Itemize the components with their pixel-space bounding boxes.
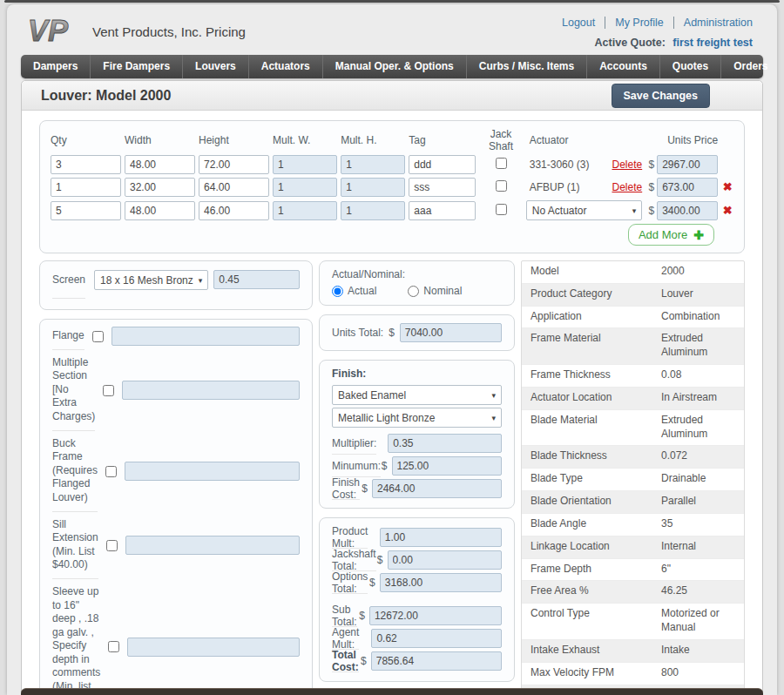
remove-row-icon[interactable]: ✖	[723, 180, 733, 193]
actual-radio[interactable]	[332, 286, 343, 297]
spec-row: Blade Thickness0.072	[522, 445, 744, 468]
actual-nominal-section: Actual/Nominal: Actual Nominal	[319, 260, 515, 306]
currency-symbol: $	[381, 460, 388, 472]
sleeve-price-input	[127, 638, 300, 657]
screen-select[interactable]: 18 x 16 Mesh Bronz ▾	[94, 270, 208, 290]
administration-link[interactable]: Administration	[674, 17, 753, 29]
tab-curbs-misc-items[interactable]: Curbs / Misc. Items	[466, 55, 586, 78]
add-more-button[interactable]: Add More ✚	[628, 224, 714, 246]
jack-shaft-checkbox[interactable]	[496, 180, 507, 192]
screen-multiplier-input	[213, 270, 300, 289]
spec-row: Max Velocity FPM800	[522, 662, 744, 685]
account-links: LogoutMy ProfileAdministration	[552, 17, 753, 29]
tab-accounts[interactable]: Accounts	[586, 55, 659, 78]
spec-row: Blade Angle35	[522, 513, 744, 536]
spec-row: Intake ExhaustIntake	[522, 639, 744, 662]
mult-w-input	[273, 201, 337, 220]
actuator-name: 331-3060 (3)	[530, 159, 590, 171]
logout-link[interactable]: Logout	[552, 17, 605, 29]
spec-row: ApplicationCombination	[522, 306, 744, 328]
tag-header: Tag	[409, 134, 476, 146]
jackshaft-total-input	[388, 550, 502, 570]
finish-cost-row: Finish Cost: $	[332, 477, 502, 500]
finish-minimum-input	[392, 456, 502, 476]
unit-row-3: No Actuator ▾ $ ✖	[51, 200, 733, 220]
sub-total-input	[369, 606, 502, 625]
width-input[interactable]	[125, 201, 195, 220]
tag-input[interactable]	[409, 155, 476, 174]
remove-row-icon[interactable]: ✖	[723, 204, 733, 217]
grid-header-row: Qty Width Height Mult. W. Mult. H. Tag J…	[51, 128, 733, 152]
mult-w-input	[273, 178, 337, 197]
height-input[interactable]	[199, 178, 269, 197]
options-total-row: Options Total: $	[332, 571, 502, 594]
actuator-header: Actuator	[526, 134, 642, 146]
tab-actuators[interactable]: Actuators	[248, 55, 322, 78]
buck-frame-checkbox[interactable]	[105, 466, 117, 477]
sill-extension-checkbox[interactable]	[106, 540, 118, 551]
tab-orders[interactable]: Orders	[720, 55, 780, 78]
vp-logo-icon: VP	[26, 14, 82, 49]
agent-mult-row: Agent Mult:	[332, 627, 502, 650]
delete-actuator-link[interactable]: Delete	[612, 159, 642, 171]
tab-manual-oper-options[interactable]: Manual Oper. & Options	[322, 55, 466, 78]
multiple-section-checkbox[interactable]	[103, 385, 114, 396]
units-price-input	[657, 155, 718, 174]
sleeve-checkbox[interactable]	[108, 641, 119, 652]
tab-dampers[interactable]: Dampers	[21, 55, 90, 78]
spec-row: Blade MaterialExtruded Aluminum	[522, 409, 744, 446]
spec-row: Frame Thickness0.08	[522, 364, 744, 387]
spec-row: Linkage LocationInternal	[522, 536, 744, 558]
actual-radio-label[interactable]: Actual	[348, 285, 376, 297]
page-title-bar: Louver: Model 2000 Save Changes	[22, 81, 762, 111]
my-profile-link[interactable]: My Profile	[605, 17, 674, 29]
finish-section: Finish: Baked Enamel ▾ Metallic Light Br…	[319, 360, 515, 509]
finish-cost-input	[372, 479, 502, 498]
finish-type-select[interactable]: Baked Enamel ▾	[332, 385, 502, 405]
height-input[interactable]	[199, 155, 269, 174]
tag-input[interactable]	[409, 201, 476, 220]
save-changes-button[interactable]: Save Changes	[612, 84, 710, 108]
spec-row: Blade TypeDrainable	[522, 468, 744, 490]
options-total-input	[380, 573, 502, 592]
width-input[interactable]	[125, 155, 195, 174]
unit-row-1: 331-3060 (3) Delete $	[51, 155, 733, 174]
tag-input[interactable]	[409, 178, 476, 197]
spec-row: Blade OrientationParallel	[522, 490, 744, 513]
qty-input[interactable]	[51, 155, 121, 174]
flange-checkbox[interactable]	[92, 331, 104, 342]
delete-actuator-link[interactable]: Delete	[612, 181, 642, 193]
mult-h-input	[341, 201, 405, 220]
nominal-radio-label[interactable]: Nominal	[423, 285, 462, 297]
total-cost-input	[371, 651, 502, 671]
app-header: VP Vent Products, Inc. Pricing LogoutMy …	[7, 4, 777, 55]
spec-row: Free Area %46.25	[522, 580, 744, 603]
product-specs-table: Model2000 Product CategoryLouver Applica…	[521, 260, 745, 695]
tab-fire-dampers[interactable]: Fire Dampers	[90, 55, 182, 78]
active-quote-value[interactable]: first freight test	[672, 37, 753, 49]
jack-shaft-checkbox[interactable]	[496, 204, 507, 215]
actual-nominal-label: Actual/Nominal:	[332, 268, 502, 280]
main-nav: Dampers Fire Dampers Louvers Actuators M…	[21, 55, 763, 78]
qty-input[interactable]	[51, 201, 121, 220]
width-input[interactable]	[125, 178, 195, 197]
spec-row: Frame Depth6"	[522, 558, 744, 581]
jack-shaft-checkbox[interactable]	[496, 158, 507, 169]
finish-color-select[interactable]: Metallic Light Bronze ▾	[332, 408, 502, 428]
height-header: Height	[199, 134, 269, 146]
units-price-input	[657, 201, 718, 220]
app-wrapper: VP Vent Products, Inc. Pricing LogoutMy …	[7, 4, 777, 695]
sill-extension-price-input	[125, 536, 300, 555]
sub-total-row: Sub Total: $	[332, 604, 502, 627]
actuator-select[interactable]: No Actuator ▾	[526, 200, 642, 220]
nominal-radio[interactable]	[408, 286, 419, 297]
caret-down-icon: ▾	[632, 206, 637, 215]
height-input[interactable]	[199, 201, 269, 220]
header-right: LogoutMy ProfileAdministration Active Qu…	[552, 13, 753, 50]
qty-input[interactable]	[51, 178, 121, 197]
tab-louvers[interactable]: Louvers	[182, 55, 248, 78]
tab-quotes[interactable]: Quotes	[659, 55, 720, 78]
options-section: Flange Multiple Section [No Extra Charge…	[39, 319, 313, 695]
jack-shaft-header: Jack Shaft	[479, 128, 522, 152]
page-title: Louver: Model 2000	[41, 88, 171, 104]
